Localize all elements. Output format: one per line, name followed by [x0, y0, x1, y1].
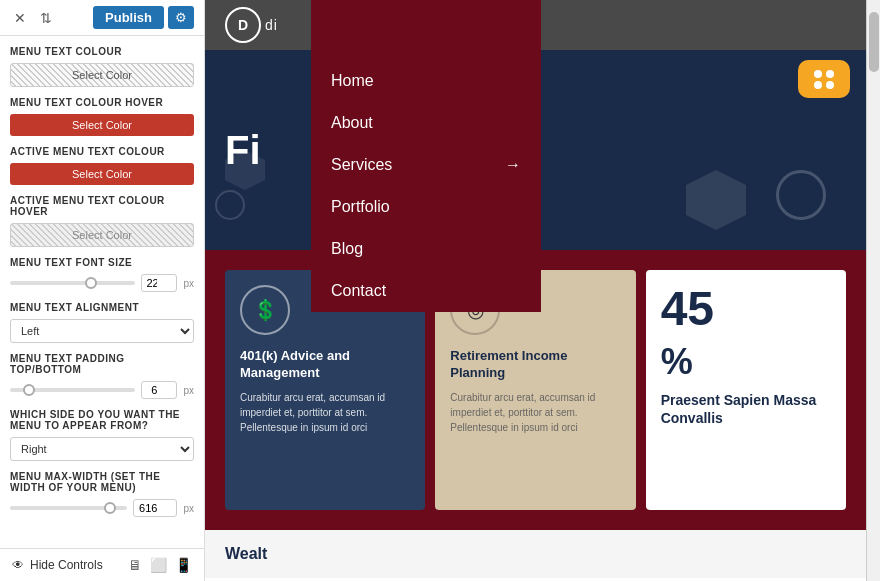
- width-slider-track[interactable]: [10, 506, 127, 510]
- wealth-section: Wealt: [205, 530, 866, 578]
- site-header: D di: [205, 0, 880, 50]
- active-menu-text-color-row: Select Color: [10, 163, 194, 185]
- menu-alignment-label: MENU TEXT ALIGNMENT: [10, 302, 194, 313]
- nav-item-blog[interactable]: Blog: [311, 228, 541, 270]
- menu-padding-label: MENU TEXT PADDING TOP/BOTTOM: [10, 353, 194, 375]
- dice-widget[interactable]: [798, 60, 850, 98]
- scrollbar-thumb[interactable]: [869, 12, 879, 72]
- nav-item-portfolio[interactable]: Portfolio: [311, 186, 541, 228]
- panel-footer: 👁 Hide Controls 🖥 ⬜ 📱: [0, 548, 204, 581]
- dice-dot-4: [826, 81, 834, 89]
- nav-item-portfolio-label: Portfolio: [331, 198, 390, 216]
- panel-header-icons: ✕ ⇅: [10, 8, 56, 28]
- width-unit: px: [183, 503, 194, 514]
- dice-dot-2: [814, 81, 822, 89]
- width-slider-thumb[interactable]: [104, 502, 116, 514]
- hero-hexagon-shape: [686, 170, 746, 230]
- font-size-slider-thumb[interactable]: [85, 277, 97, 289]
- sort-button[interactable]: ⇅: [36, 8, 56, 28]
- publish-button[interactable]: Publish: [93, 6, 164, 29]
- dice-dot-1: [814, 70, 822, 78]
- desktop-icon-button[interactable]: 🖥: [128, 557, 142, 573]
- eye-icon: 👁: [12, 558, 24, 572]
- settings-button[interactable]: ⚙: [168, 6, 194, 29]
- card-2-title: Retirement Income Planning: [450, 348, 620, 382]
- close-button[interactable]: ✕: [10, 8, 30, 28]
- menu-side-label: WHICH SIDE DO YOU WANT THE MENU TO APPEA…: [10, 409, 194, 431]
- mobile-icon-button[interactable]: 📱: [175, 557, 192, 573]
- font-size-unit: px: [183, 278, 194, 289]
- card-3-number: 45: [661, 285, 831, 333]
- tablet-icon-button[interactable]: ⬜: [150, 557, 167, 573]
- panel-header: ✕ ⇅ Publish ⚙: [0, 0, 204, 36]
- card-1-icon: 💲: [240, 285, 290, 335]
- padding-input[interactable]: [141, 381, 177, 399]
- active-menu-text-color-btn[interactable]: Select Color: [10, 163, 194, 185]
- site-name: di: [265, 17, 278, 33]
- hide-controls-label: Hide Controls: [30, 558, 103, 572]
- device-icons: 🖥 ⬜ 📱: [128, 557, 192, 573]
- font-size-slider-track[interactable]: [10, 281, 135, 285]
- services-arrow-icon: →: [505, 156, 521, 174]
- active-menu-text-color-hover-btn[interactable]: Select Color: [10, 223, 194, 247]
- nav-item-contact-label: Contact: [331, 282, 386, 300]
- nav-item-home[interactable]: Home: [311, 60, 541, 102]
- card-1-title: 401(k) Advice and Management: [240, 348, 410, 382]
- card-3: 45 % Praesent Sapien Massa Convallis: [646, 270, 846, 510]
- card-1-body: Curabitur arcu erat, accumsan id imperdi…: [240, 390, 410, 435]
- nav-item-blog-label: Blog: [331, 240, 363, 258]
- menu-text-color-hover-btn[interactable]: Select Color: [10, 114, 194, 136]
- active-menu-text-color-hover-label: ACTIVE MENU TEXT COLOUR HOVER: [10, 195, 194, 217]
- menu-side-select[interactable]: Right: [10, 437, 194, 461]
- menu-font-size-label: MENU TEXT FONT SIZE: [10, 257, 194, 268]
- nav-item-contact[interactable]: Contact: [311, 270, 541, 312]
- padding-slider-track[interactable]: [10, 388, 135, 392]
- dice-dot-3: [826, 70, 834, 78]
- hero-circle-shape: [776, 170, 826, 220]
- nav-item-home-label: Home: [331, 72, 374, 90]
- menu-text-color-hover-label: MENU TEXT COLOUR HOVER: [10, 97, 194, 108]
- hide-controls-button[interactable]: 👁 Hide Controls: [12, 558, 103, 572]
- left-panel: ✕ ⇅ Publish ⚙ MENU TEXT COLOUR Select Co…: [0, 0, 205, 581]
- scrollbar[interactable]: [866, 0, 880, 581]
- padding-slider-thumb[interactable]: [23, 384, 35, 396]
- menu-text-color-row: Select Color: [10, 63, 194, 87]
- menu-text-color-btn[interactable]: Select Color: [10, 63, 194, 87]
- preview-area: Fi 💲 401(k) Advice and Management Curabi…: [205, 0, 880, 581]
- nav-item-services[interactable]: Services →: [311, 144, 541, 186]
- site-logo: D: [225, 7, 261, 43]
- width-input[interactable]: [133, 499, 177, 517]
- small-circle-shape: [215, 190, 245, 220]
- active-menu-text-color-hover-row: Select Color: [10, 223, 194, 247]
- dropdown-menu: Home About Services → Portfolio Blog Con…: [311, 0, 541, 312]
- padding-unit: px: [183, 385, 194, 396]
- menu-alignment-select[interactable]: Left: [10, 319, 194, 343]
- nav-item-services-label: Services: [331, 156, 392, 174]
- active-menu-text-color-label: ACTIVE MENU TEXT COLOUR: [10, 146, 194, 157]
- nav-item-about-label: About: [331, 114, 373, 132]
- menu-padding-row: px: [10, 381, 194, 399]
- menu-text-color-hover-row: Select Color: [10, 114, 194, 136]
- menu-text-color-label: MENU TEXT COLOUR: [10, 46, 194, 57]
- menu-font-size-row: px: [10, 274, 194, 292]
- nav-item-about[interactable]: About: [311, 102, 541, 144]
- card-2-body: Curabitur arcu erat, accumsan id imperdi…: [450, 390, 620, 435]
- menu-width-row: px: [10, 499, 194, 517]
- panel-content: MENU TEXT COLOUR Select Color MENU TEXT …: [0, 36, 204, 548]
- card-3-subtitle: Praesent Sapien Massa Convallis: [661, 391, 831, 427]
- font-size-input[interactable]: [141, 274, 177, 292]
- menu-width-label: MENU MAX-WIDTH (SET THE WIDTH OF YOUR ME…: [10, 471, 194, 493]
- card-3-symbol: %: [661, 341, 831, 383]
